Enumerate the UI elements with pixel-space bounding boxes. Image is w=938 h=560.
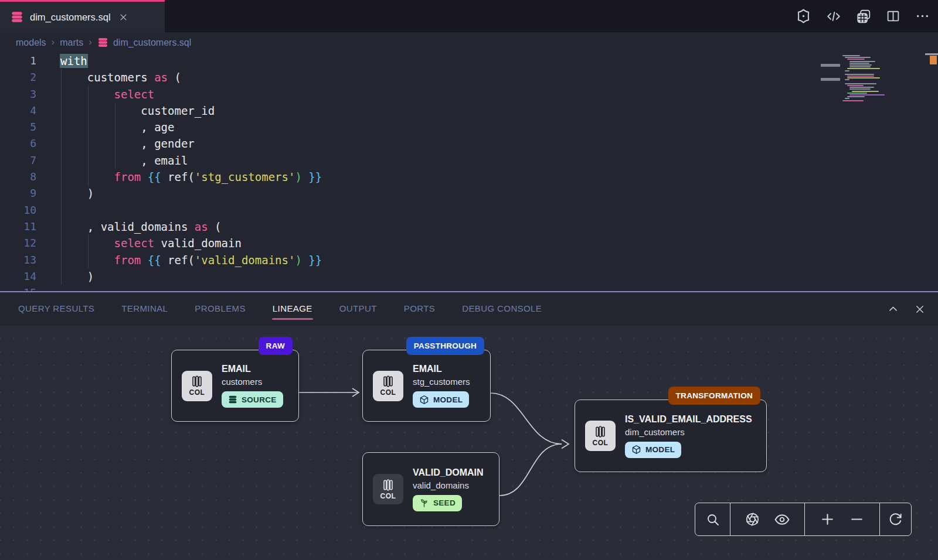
breadcrumb-item[interactable]: marts — [60, 37, 83, 48]
code-token — [141, 254, 147, 267]
code-line: 2 customers as ( — [0, 69, 938, 86]
minimap-line — [842, 100, 864, 101]
panel-tab-label: PROBLEMS — [195, 303, 246, 313]
indent-guide — [88, 235, 89, 268]
indent-guide — [115, 103, 115, 169]
tab-close-icon[interactable] — [119, 13, 128, 22]
node-model-name: customers — [222, 377, 283, 387]
code-token: 'stg_customers' — [195, 170, 295, 183]
code-line: 10 — [0, 202, 938, 218]
line-number: 5 — [0, 119, 36, 135]
panel-tab-lineage[interactable]: LINEAGE — [272, 300, 313, 319]
code-line: 11 , valid_domains as ( — [0, 218, 938, 235]
minimap-line — [847, 93, 867, 94]
minimap[interactable] — [842, 55, 899, 155]
minimap-line — [845, 98, 849, 99]
breadcrumb-separator: › — [52, 36, 55, 48]
code-token: customers — [60, 71, 154, 84]
minimap-marker — [930, 56, 937, 64]
code-token: ) — [60, 187, 94, 200]
breadcrumb[interactable]: models›marts›dim_customers.sql — [0, 32, 938, 53]
breadcrumb-item-file[interactable]: dim_customers.sql — [97, 37, 191, 48]
editor-tab-bar: dim_customers.sql — [0, 0, 938, 32]
minimap-line — [849, 66, 871, 67]
panel-tab-debug-console[interactable]: DEBUG CONSOLE — [461, 300, 542, 319]
source-icon — [228, 395, 237, 404]
split-editor-icon[interactable] — [886, 9, 900, 23]
column-icon-label: COL — [593, 439, 609, 447]
node-column-name: VALID_DOMAIN — [413, 467, 484, 478]
code-token: , age — [60, 121, 174, 134]
code-token: ) — [295, 254, 301, 267]
panel-tab-output[interactable]: OUTPUT — [339, 300, 378, 319]
code-token: }} — [308, 254, 322, 267]
minimap-line — [845, 57, 871, 58]
aperture-icon[interactable] — [745, 512, 760, 527]
minimap-line — [847, 85, 864, 86]
column-icon: COL — [182, 371, 212, 401]
lineage-node-dim_customers[interactable]: TRANSFORMATIONCOLIS_VALID_EMAIL_ADDRESSd… — [575, 399, 767, 472]
panel-tab-label: LINEAGE — [273, 303, 312, 313]
copy-table-icon[interactable] — [856, 9, 871, 24]
more-icon[interactable] — [915, 9, 930, 23]
columns-glyph — [191, 375, 203, 388]
zoom-in-icon[interactable] — [820, 512, 835, 527]
minimap-line — [849, 64, 872, 66]
code-icon[interactable] — [826, 9, 841, 24]
line-number: 11 — [0, 218, 36, 235]
panel-actions — [888, 292, 925, 326]
collapse-panel-icon[interactable] — [888, 303, 899, 315]
panel-tab-query-results[interactable]: QUERY RESULTS — [18, 300, 95, 319]
panel-tab-label: QUERY RESULTS — [18, 303, 94, 313]
code-editor[interactable]: 1with2 customers as (3 select4 customer_… — [0, 53, 938, 291]
badge-raw: RAW — [259, 337, 293, 355]
code-token: from — [60, 170, 141, 183]
dbt-icon[interactable] — [796, 8, 811, 24]
lineage-node-customers[interactable]: RAWCOLEMAILcustomersSOURCE — [171, 350, 299, 422]
column-icon: COL — [585, 421, 616, 451]
scrollbar-tick — [925, 53, 938, 55]
line-number: 7 — [0, 152, 36, 169]
panel-tab-terminal[interactable]: TERMINAL — [121, 300, 168, 319]
lineage-canvas[interactable]: RAWCOLEMAILcustomersSOURCEPASSTHROUGHCOL… — [0, 326, 938, 560]
refresh-icon[interactable] — [888, 512, 903, 527]
code-token: }} — [308, 170, 322, 183]
node-content: EMAILcustomersSOURCE — [222, 364, 283, 408]
panel-tab-problems[interactable]: PROBLEMS — [194, 300, 246, 319]
minimap-line — [847, 68, 880, 69]
breadcrumb-item[interactable]: models — [16, 37, 46, 48]
model-icon — [419, 395, 429, 405]
code-text: customer_id — [60, 103, 215, 119]
lineage-node-stg_customers[interactable]: PASSTHROUGHCOLEMAILstg_customersMODEL — [362, 350, 491, 422]
code-line: 14 ) — [0, 268, 938, 285]
code-token: , gender — [60, 137, 195, 150]
node-column-name: IS_VALID_EMAIL_ADDRESS — [625, 414, 752, 425]
code-text: from {{ ref('valid_domains') }} — [60, 252, 322, 268]
code-line: 1with — [0, 53, 938, 69]
code-token: ) — [295, 170, 301, 183]
code-line: 9 ) — [0, 185, 938, 202]
minimap-line — [852, 91, 879, 92]
code-token: with — [60, 54, 87, 67]
badge-model: MODEL — [625, 442, 681, 458]
code-text: , valid_domains as ( — [60, 218, 222, 235]
code-line: 6 , gender — [0, 135, 938, 152]
zoom-out-icon[interactable] — [849, 512, 864, 527]
node-kind-label: MODEL — [433, 395, 463, 404]
node-column-name: EMAIL — [222, 364, 283, 374]
minimap-line — [842, 55, 860, 56]
close-panel-icon[interactable] — [915, 304, 925, 315]
column-icon-label: COL — [380, 492, 396, 500]
eye-icon[interactable] — [774, 512, 790, 527]
search-icon[interactable] — [706, 513, 720, 527]
code-token: ( — [208, 220, 222, 233]
code-token: select — [60, 237, 154, 250]
tab-dim-customers-sql[interactable]: dim_customers.sql — [0, 0, 165, 32]
code-token: ref( — [161, 170, 195, 183]
code-text: ) — [60, 268, 94, 285]
model-icon — [631, 445, 641, 455]
minimap-line — [849, 94, 885, 95]
panel-tab-ports[interactable]: PORTS — [403, 300, 436, 319]
lineage-node-valid_domains[interactable]: COLVALID_DOMAINvalid_domainsSEED — [362, 452, 499, 526]
panel-tab-label: DEBUG CONSOLE — [462, 303, 542, 313]
